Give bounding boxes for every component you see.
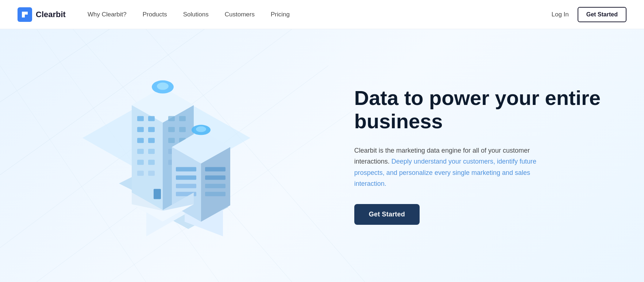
svg-rect-26	[148, 149, 155, 154]
svg-point-43	[157, 83, 169, 90]
nav-pricing[interactable]: Pricing	[271, 11, 290, 18]
svg-rect-48	[176, 176, 196, 180]
svg-rect-25	[137, 149, 144, 154]
svg-rect-33	[168, 127, 175, 132]
svg-rect-20	[148, 116, 155, 121]
svg-rect-21	[137, 127, 144, 132]
svg-rect-31	[168, 116, 175, 121]
svg-rect-51	[205, 167, 225, 172]
nav-customers[interactable]: Customers	[225, 11, 255, 18]
nav-solutions[interactable]: Solutions	[183, 11, 209, 18]
svg-rect-22	[148, 127, 155, 132]
svg-rect-23	[137, 138, 144, 143]
svg-rect-30	[148, 171, 155, 176]
nav-logo[interactable]: Clearbit	[18, 7, 66, 22]
svg-rect-32	[179, 116, 186, 121]
svg-rect-41	[154, 189, 161, 199]
svg-rect-47	[176, 167, 196, 172]
hero-section: Data to power your entire business Clear…	[0, 29, 644, 282]
navbar: Clearbit Why Clearbit? Products Solution…	[0, 0, 644, 29]
isometric-buildings	[61, 54, 272, 266]
nav-products[interactable]: Products	[143, 11, 167, 18]
svg-rect-27	[137, 160, 144, 165]
nav-actions: Log In Get Started	[551, 7, 626, 22]
svg-rect-53	[205, 184, 225, 188]
hero-description: Clearbit is the marketing data engine fo…	[354, 145, 544, 189]
nav-get-started-button[interactable]: Get Started	[578, 7, 626, 22]
svg-rect-34	[179, 127, 186, 132]
logo-icon	[18, 7, 32, 22]
login-link[interactable]: Log In	[551, 11, 568, 18]
svg-point-56	[196, 126, 206, 132]
hero-cta-button[interactable]: Get Started	[354, 204, 420, 225]
hero-illustration	[0, 29, 354, 282]
nav-why-clearbit[interactable]: Why Clearbit?	[88, 11, 127, 18]
hero-heading: Data to power your entire business	[354, 86, 615, 133]
nav-links: Why Clearbit? Products Solutions Custome…	[88, 11, 552, 18]
brand-name: Clearbit	[36, 10, 66, 19]
svg-rect-29	[137, 171, 144, 176]
svg-rect-28	[148, 160, 155, 165]
svg-rect-19	[137, 116, 144, 121]
svg-rect-35	[168, 138, 175, 143]
svg-rect-52	[205, 176, 225, 180]
hero-content: Data to power your entire business Clear…	[354, 64, 644, 247]
svg-rect-49	[176, 184, 196, 188]
svg-rect-54	[205, 192, 225, 196]
svg-rect-24	[148, 138, 155, 143]
